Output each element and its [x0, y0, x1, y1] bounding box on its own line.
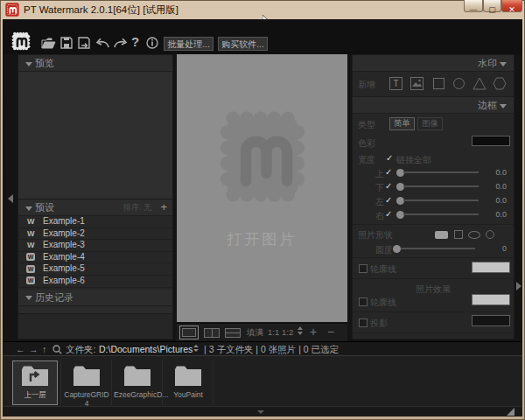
current-folder-path[interactable]: D:\Documents\Pictures [99, 342, 192, 356]
zoom-1-1-button[interactable]: 1:1 [268, 327, 279, 337]
add-image-watermark-button[interactable] [410, 77, 424, 90]
outline-checkbox[interactable] [359, 264, 368, 273]
add-preset-button[interactable]: + [160, 200, 167, 215]
border-color-swatch[interactable] [472, 136, 510, 146]
divider [111, 360, 112, 405]
redo-icon[interactable] [114, 38, 128, 48]
filmstrip-item-up[interactable]: 上一层 [12, 360, 58, 405]
split-vertical-view-button[interactable] [204, 328, 220, 338]
slider-top-checkbox[interactable]: ✓ [385, 167, 392, 177]
preset-item[interactable]: W Example-5 [18, 263, 172, 276]
slider-top-track[interactable] [403, 172, 479, 173]
buy-software-button[interactable]: 购买软件... [218, 37, 268, 51]
slider-left-track[interactable] [403, 200, 479, 201]
slider-bottom-track[interactable] [403, 186, 479, 187]
add-text-watermark-button[interactable]: T [389, 77, 402, 90]
window-title: PT Watermark 2.0.1[64位] [试用版] [24, 0, 178, 19]
add-triangle-watermark-button[interactable] [472, 77, 486, 90]
folder-icon [122, 365, 152, 388]
add-polygon-watermark-button[interactable] [493, 77, 507, 90]
open-image-label[interactable]: 打开图片 [177, 229, 347, 249]
save-icon[interactable] [60, 37, 73, 49]
zoom-out-button[interactable]: − [327, 325, 334, 339]
save-as-icon[interactable] [78, 37, 90, 49]
filmstrip-item-folder[interactable]: CaptureGRID 4 [63, 360, 110, 405]
search-icon[interactable] [52, 345, 62, 354]
open-folder-icon[interactable] [41, 38, 56, 49]
folder-icon [173, 365, 203, 388]
shape-square-button[interactable] [454, 230, 463, 239]
folder-stats: | 3 子文件夹 | 0 张照片 | 0 已选定 [204, 342, 339, 356]
preset-item[interactable]: W Example-6 [18, 276, 172, 288]
undo-icon[interactable] [95, 38, 109, 48]
split-horizontal-view-button[interactable] [225, 328, 241, 338]
filmstrip-item-folder[interactable]: YouPaint [164, 360, 212, 405]
close-button[interactable]: ✕ [501, 0, 522, 12]
history-section-header[interactable]: 历史记录 [18, 290, 172, 306]
preview-area [18, 72, 172, 200]
shape-ellipse-button[interactable] [468, 231, 480, 239]
zoom-in-button[interactable]: + [310, 325, 317, 339]
type-simple-button[interactable]: 简单 [389, 117, 415, 130]
help-icon[interactable]: ? [131, 34, 139, 49]
left-panel-collapse-arrow[interactable] [8, 194, 13, 203]
type-image-button[interactable]: 图像 [417, 117, 443, 130]
chevron-down-icon [500, 104, 507, 108]
border-controls: 类型 简单 图像 色彩 宽度 ✓ 链接全部 上 ✓ 0.0 下 ✓ 0.0 左 … [353, 114, 514, 340]
roundness-knob[interactable] [393, 245, 401, 253]
shape-rounded-rect-button[interactable] [435, 231, 448, 239]
presets-sort-selector[interactable]: 排序: 无 [123, 200, 151, 215]
shadow-checkbox[interactable] [359, 318, 368, 327]
zoom-stepper-icon[interactable] [298, 326, 303, 335]
right-panel-collapse-arrow[interactable] [516, 282, 522, 290]
batch-process-button[interactable]: 批量处理... [164, 37, 214, 51]
filmstrip-item-folder[interactable]: EzeeGraphicD... [114, 360, 161, 405]
folder-icon [72, 365, 102, 388]
shadow-color-swatch[interactable] [472, 315, 510, 326]
preset-item[interactable]: W Example-2 [18, 228, 172, 241]
zoom-1-2-button[interactable]: 1:2 [282, 327, 293, 337]
border-width-label: 宽度 [358, 154, 375, 166]
image-canvas[interactable]: 打开图片 [177, 54, 347, 322]
slider-left-label: 左 [375, 196, 384, 208]
chevron-down-icon [25, 62, 32, 66]
watermark-section-header[interactable]: 水印 [353, 55, 514, 72]
border-section-header[interactable]: 边框 [353, 97, 514, 114]
border-header-label: 边框 [478, 100, 497, 110]
effect-outline-checkbox[interactable] [359, 298, 368, 306]
chevron-down-icon [500, 62, 507, 66]
roundness-track[interactable] [401, 248, 475, 249]
add-circle-watermark-button[interactable] [453, 78, 465, 89]
slider-right-track[interactable] [403, 214, 479, 215]
slider-right-checkbox[interactable]: ✓ [385, 209, 392, 219]
maximize-button[interactable]: ▢ [483, 0, 501, 12]
presets-section-header[interactable]: 预设 排序: 无 + [18, 200, 172, 216]
preview-section-header[interactable]: 预览 [18, 55, 172, 72]
slider-bottom-checkbox[interactable]: ✓ [385, 181, 392, 191]
slider-left-checkbox[interactable]: ✓ [385, 195, 392, 205]
add-square-watermark-button[interactable] [433, 78, 444, 89]
info-icon[interactable] [146, 37, 158, 49]
link-all-checkbox[interactable]: ✓ [386, 153, 393, 163]
effect-outline-color-swatch[interactable] [472, 294, 510, 305]
slider-bottom-value: 0.0 [484, 182, 507, 191]
preset-item[interactable]: W Example-3 [18, 240, 172, 252]
filmstrip-collapse-handle[interactable] [257, 410, 264, 414]
path-stepper-icon[interactable] [193, 345, 199, 352]
photo-shape-label: 照片形状 [358, 229, 393, 242]
outline-color-swatch[interactable] [472, 262, 510, 273]
shadow-label: 投影 [370, 318, 388, 330]
up-folder-icon[interactable]: ↑ [42, 342, 46, 356]
preset-label: Example-1 [43, 216, 85, 228]
history-header-label: 历史记录 [35, 292, 74, 303]
preset-label: Example-5 [43, 263, 85, 275]
preset-item[interactable]: W Example-1 [18, 216, 172, 228]
minimize-button[interactable]: — [464, 0, 483, 12]
shape-circle-button[interactable] [486, 230, 494, 239]
window-resize-grip[interactable] [507, 408, 514, 416]
fit-zoom-button[interactable]: 填满 [247, 327, 263, 339]
single-view-button[interactable] [179, 326, 199, 340]
forward-arrow-icon[interactable]: → [29, 342, 38, 356]
back-arrow-icon[interactable]: ← [16, 342, 25, 356]
preset-item[interactable]: W Example-4 [18, 252, 172, 264]
